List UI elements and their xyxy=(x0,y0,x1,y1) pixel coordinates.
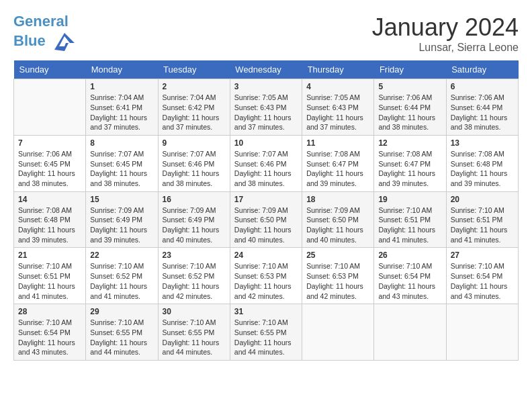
weekday-header-wednesday: Wednesday xyxy=(230,60,302,79)
logo: General Blue xyxy=(13,13,78,54)
calendar-cell: 5Sunrise: 7:06 AMSunset: 6:44 PMDaylight… xyxy=(374,79,446,136)
calendar-cell: 2Sunrise: 7:04 AMSunset: 6:42 PMDaylight… xyxy=(158,79,230,136)
calendar-cell: 31Sunrise: 7:10 AMSunset: 6:55 PMDayligh… xyxy=(230,304,302,361)
calendar-cell: 6Sunrise: 7:06 AMSunset: 6:44 PMDaylight… xyxy=(446,79,518,136)
day-detail: Sunrise: 7:09 AMSunset: 6:49 PMDaylight:… xyxy=(163,205,226,245)
calendar-cell: 14Sunrise: 7:08 AMSunset: 6:48 PMDayligh… xyxy=(14,191,86,248)
day-detail: Sunrise: 7:10 AMSunset: 6:55 PMDaylight:… xyxy=(234,318,298,357)
calendar-cell: 8Sunrise: 7:07 AMSunset: 6:45 PMDaylight… xyxy=(86,135,158,191)
calendar-cell xyxy=(14,79,86,136)
day-detail: Sunrise: 7:06 AMSunset: 6:45 PMDaylight:… xyxy=(18,149,81,189)
day-detail: Sunrise: 7:07 AMSunset: 6:46 PMDaylight:… xyxy=(234,149,298,189)
calendar-cell: 7Sunrise: 7:06 AMSunset: 6:45 PMDaylight… xyxy=(14,135,86,191)
day-number: 27 xyxy=(451,250,514,260)
calendar-cell: 9Sunrise: 7:07 AMSunset: 6:46 PMDaylight… xyxy=(158,135,230,191)
day-number: 18 xyxy=(306,195,369,204)
day-number: 7 xyxy=(18,138,81,148)
day-detail: Sunrise: 7:05 AMSunset: 6:43 PMDaylight:… xyxy=(306,93,369,132)
day-number: 4 xyxy=(306,82,369,91)
calendar-cell: 10Sunrise: 7:07 AMSunset: 6:46 PMDayligh… xyxy=(230,135,302,191)
day-number: 3 xyxy=(234,82,298,91)
calendar-header: SundayMondayTuesdayWednesdayThursdayFrid… xyxy=(14,60,519,79)
svg-marker-0 xyxy=(54,33,75,51)
day-detail: Sunrise: 7:09 AMSunset: 6:50 PMDaylight:… xyxy=(306,205,369,245)
calendar-cell: 29Sunrise: 7:10 AMSunset: 6:55 PMDayligh… xyxy=(86,304,158,361)
calendar-week-4: 21Sunrise: 7:10 AMSunset: 6:51 PMDayligh… xyxy=(14,248,519,304)
calendar-cell: 19Sunrise: 7:10 AMSunset: 6:51 PMDayligh… xyxy=(374,191,446,248)
day-detail: Sunrise: 7:08 AMSunset: 6:48 PMDaylight:… xyxy=(18,205,81,245)
calendar-cell: 15Sunrise: 7:09 AMSunset: 6:49 PMDayligh… xyxy=(86,191,158,248)
calendar-cell: 1Sunrise: 7:04 AMSunset: 6:41 PMDaylight… xyxy=(86,79,158,136)
calendar-cell xyxy=(374,304,446,361)
day-detail: Sunrise: 7:05 AMSunset: 6:43 PMDaylight:… xyxy=(234,93,298,132)
day-number: 13 xyxy=(451,138,514,148)
day-detail: Sunrise: 7:10 AMSunset: 6:55 PMDaylight:… xyxy=(163,318,226,357)
day-detail: Sunrise: 7:10 AMSunset: 6:52 PMDaylight:… xyxy=(163,261,226,301)
calendar-cell: 21Sunrise: 7:10 AMSunset: 6:51 PMDayligh… xyxy=(14,248,86,304)
day-detail: Sunrise: 7:08 AMSunset: 6:48 PMDaylight:… xyxy=(451,149,514,189)
day-detail: Sunrise: 7:07 AMSunset: 6:46 PMDaylight:… xyxy=(163,149,226,189)
day-number: 19 xyxy=(378,195,441,204)
day-number: 30 xyxy=(163,307,226,316)
calendar-cell: 13Sunrise: 7:08 AMSunset: 6:48 PMDayligh… xyxy=(446,135,518,191)
day-number: 29 xyxy=(90,307,153,316)
weekday-header-thursday: Thursday xyxy=(302,60,374,79)
day-detail: Sunrise: 7:10 AMSunset: 6:54 PMDaylight:… xyxy=(451,261,514,301)
day-detail: Sunrise: 7:04 AMSunset: 6:42 PMDaylight:… xyxy=(163,93,226,132)
calendar-cell: 27Sunrise: 7:10 AMSunset: 6:54 PMDayligh… xyxy=(446,248,518,304)
calendar-cell: 16Sunrise: 7:09 AMSunset: 6:49 PMDayligh… xyxy=(158,191,230,248)
day-detail: Sunrise: 7:10 AMSunset: 6:55 PMDaylight:… xyxy=(90,318,153,357)
calendar-cell: 30Sunrise: 7:10 AMSunset: 6:55 PMDayligh… xyxy=(158,304,230,361)
day-detail: Sunrise: 7:09 AMSunset: 6:50 PMDaylight:… xyxy=(234,205,298,245)
calendar-cell: 18Sunrise: 7:09 AMSunset: 6:50 PMDayligh… xyxy=(302,191,374,248)
calendar-cell xyxy=(446,304,518,361)
day-number: 14 xyxy=(18,195,81,204)
day-detail: Sunrise: 7:10 AMSunset: 6:53 PMDaylight:… xyxy=(306,261,369,301)
day-detail: Sunrise: 7:06 AMSunset: 6:44 PMDaylight:… xyxy=(378,93,441,132)
day-number: 15 xyxy=(90,195,153,204)
day-number: 17 xyxy=(234,195,298,204)
day-detail: Sunrise: 7:08 AMSunset: 6:47 PMDaylight:… xyxy=(378,149,441,189)
calendar-cell: 24Sunrise: 7:10 AMSunset: 6:53 PMDayligh… xyxy=(230,248,302,304)
logo-blue: Blue xyxy=(13,32,46,49)
day-number: 28 xyxy=(18,307,81,316)
calendar-table: SundayMondayTuesdayWednesdayThursdayFrid… xyxy=(13,60,519,361)
day-detail: Sunrise: 7:06 AMSunset: 6:44 PMDaylight:… xyxy=(451,93,514,132)
location: Lunsar, Sierra Leone xyxy=(372,42,519,54)
calendar-cell xyxy=(302,304,374,361)
calendar-cell: 28Sunrise: 7:10 AMSunset: 6:54 PMDayligh… xyxy=(14,304,86,361)
day-number: 2 xyxy=(163,82,226,91)
day-detail: Sunrise: 7:10 AMSunset: 6:54 PMDaylight:… xyxy=(18,318,81,357)
day-detail: Sunrise: 7:10 AMSunset: 6:53 PMDaylight:… xyxy=(234,261,298,301)
day-number: 5 xyxy=(378,82,441,91)
page-header: General Blue January 2024 Lunsar, Sierra… xyxy=(13,13,519,54)
calendar-cell: 3Sunrise: 7:05 AMSunset: 6:43 PMDaylight… xyxy=(230,79,302,136)
day-number: 23 xyxy=(163,250,226,260)
day-number: 11 xyxy=(306,138,369,148)
day-number: 12 xyxy=(378,138,441,148)
day-number: 22 xyxy=(90,250,153,260)
logo-general: General xyxy=(13,13,69,30)
weekday-header-saturday: Saturday xyxy=(446,60,518,79)
day-detail: Sunrise: 7:07 AMSunset: 6:45 PMDaylight:… xyxy=(90,149,153,189)
weekday-header-tuesday: Tuesday xyxy=(158,60,230,79)
calendar-week-2: 7Sunrise: 7:06 AMSunset: 6:45 PMDaylight… xyxy=(14,135,519,191)
calendar-week-3: 14Sunrise: 7:08 AMSunset: 6:48 PMDayligh… xyxy=(14,191,519,248)
calendar-cell: 25Sunrise: 7:10 AMSunset: 6:53 PMDayligh… xyxy=(302,248,374,304)
day-detail: Sunrise: 7:09 AMSunset: 6:49 PMDaylight:… xyxy=(90,205,153,245)
day-number: 26 xyxy=(378,250,441,260)
day-number: 24 xyxy=(234,250,298,260)
day-detail: Sunrise: 7:04 AMSunset: 6:41 PMDaylight:… xyxy=(90,93,153,132)
calendar-cell: 20Sunrise: 7:10 AMSunset: 6:51 PMDayligh… xyxy=(446,191,518,248)
day-detail: Sunrise: 7:10 AMSunset: 6:51 PMDaylight:… xyxy=(378,205,441,245)
month-title: January 2024 xyxy=(372,13,519,42)
day-number: 8 xyxy=(90,138,153,148)
day-number: 20 xyxy=(451,195,514,204)
calendar-cell: 26Sunrise: 7:10 AMSunset: 6:54 PMDayligh… xyxy=(374,248,446,304)
weekday-header-monday: Monday xyxy=(86,60,158,79)
day-number: 6 xyxy=(451,82,514,91)
day-number: 16 xyxy=(163,195,226,204)
day-detail: Sunrise: 7:10 AMSunset: 6:51 PMDaylight:… xyxy=(18,261,81,301)
day-number: 10 xyxy=(234,138,298,148)
day-detail: Sunrise: 7:10 AMSunset: 6:54 PMDaylight:… xyxy=(378,261,441,301)
